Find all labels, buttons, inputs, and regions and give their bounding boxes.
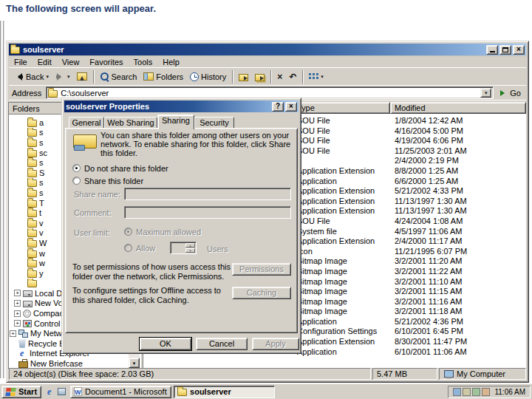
- history-button[interactable]: History: [187, 69, 229, 85]
- radio-icon[interactable]: [72, 177, 81, 185]
- radio-do-not-share[interactable]: Do not share this folder: [72, 163, 168, 173]
- folder-icon: [27, 230, 37, 237]
- back-dropdown-icon[interactable]: ▾: [46, 74, 49, 79]
- cancel-button[interactable]: Cancel: [196, 338, 248, 350]
- expander-icon[interactable]: +: [14, 320, 21, 327]
- move-to-button[interactable]: [236, 69, 251, 85]
- caching-button[interactable]: Caching: [232, 287, 291, 299]
- file-type-cell: Bitmap Image: [294, 307, 391, 317]
- comment-input[interactable]: [124, 206, 291, 219]
- tray-icons: [453, 388, 490, 396]
- copy-to-button[interactable]: [252, 69, 267, 85]
- tab-strip: GeneralWeb SharingSharingSecurity: [64, 115, 299, 129]
- volume-icon[interactable]: [463, 388, 471, 396]
- address-label: Address: [12, 89, 41, 98]
- dialog-close-button[interactable]: ×: [285, 102, 297, 112]
- menu-help[interactable]: Help: [157, 57, 185, 67]
- views-dropdown-icon[interactable]: ▾: [321, 74, 324, 79]
- menu-tools[interactable]: Tools: [129, 57, 158, 67]
- folder-icon: [27, 170, 37, 177]
- apply-button[interactable]: Apply: [252, 338, 299, 350]
- file-type-cell: SOU File: [294, 126, 391, 137]
- user-limit-spinner[interactable]: ▴ ▾: [170, 242, 197, 254]
- back-button[interactable]: Back ▾: [11, 69, 52, 85]
- up-button[interactable]: [74, 69, 90, 85]
- properties-dialog: soulserver Properties ? × GeneralWeb Sha…: [61, 98, 301, 354]
- file-type-cell: Application Extension: [294, 236, 391, 247]
- dialog-titlebar[interactable]: soulserver Properties ? ×: [64, 100, 299, 112]
- radio-icon[interactable]: [124, 244, 132, 252]
- search-button[interactable]: Search: [97, 69, 140, 85]
- permissions-button[interactable]: Permissions: [232, 263, 291, 276]
- go-button[interactable]: Go: [498, 89, 523, 98]
- radio-label: Share this folder: [84, 177, 143, 185]
- column-header-modified[interactable]: Modified: [390, 102, 526, 114]
- radio-icon[interactable]: [124, 228, 132, 236]
- minimize-button[interactable]: [486, 45, 498, 55]
- show-desktop-icon[interactable]: [58, 388, 66, 395]
- menu-file[interactable]: File: [9, 57, 33, 67]
- expander-icon[interactable]: +: [14, 310, 21, 317]
- display-icon[interactable]: [453, 388, 461, 396]
- address-dropdown-button[interactable]: ▾: [480, 88, 491, 98]
- forward-button[interactable]: ▾: [52, 69, 73, 85]
- file-type-cell: Application Extension: [294, 206, 391, 216]
- file-modified-cell: 4/24/2004 1:08 AM: [391, 216, 525, 227]
- start-button[interactable]: Start: [1, 386, 41, 398]
- file-type-cell: Application: [294, 347, 391, 358]
- history-label: History: [201, 72, 226, 81]
- radio-allow[interactable]: Allow: [124, 243, 155, 253]
- menu-view[interactable]: View: [57, 57, 85, 67]
- maximize-button[interactable]: [499, 45, 511, 55]
- network-tray-icon[interactable]: [472, 388, 480, 396]
- ok-button[interactable]: OK: [140, 338, 191, 350]
- explorer-titlebar[interactable]: soulserver ×: [9, 44, 526, 55]
- tree-item-label: sc: [39, 149, 47, 157]
- close-button[interactable]: ×: [513, 45, 525, 55]
- folder-icon: [27, 260, 37, 267]
- status-icon[interactable]: [482, 388, 490, 396]
- expander-icon[interactable]: +: [14, 290, 21, 296]
- internet-explorer-icon[interactable]: [46, 387, 55, 396]
- tree-item-label: s: [39, 178, 44, 187]
- tree-item-label: t: [39, 208, 41, 217]
- forward-dropdown-icon[interactable]: ▾: [67, 74, 70, 79]
- page-title: The following screen will appear.: [6, 3, 156, 14]
- file-type-cell: SOU File: [294, 216, 391, 227]
- undo-icon: ↶: [289, 72, 296, 81]
- folder-icon: [27, 200, 37, 208]
- radio-icon[interactable]: [72, 164, 81, 172]
- dialog-title: soulserver Properties: [66, 102, 149, 111]
- spinner-up-icon[interactable]: ▴: [185, 243, 195, 248]
- expander-icon[interactable]: +: [14, 300, 21, 307]
- folder-icon: [27, 160, 37, 167]
- file-modified-cell: 8/30/2001 11:47 PM: [391, 337, 525, 347]
- tab-security[interactable]: Security: [194, 117, 234, 129]
- task-document1-microsoft-w[interactable]: Document1 - Microsoft W..: [70, 386, 171, 398]
- delete-button[interactable]: ×: [274, 69, 285, 85]
- views-button[interactable]: ▾: [306, 69, 327, 85]
- tab-web-sharing[interactable]: Web Sharing: [104, 117, 157, 129]
- menu-edit[interactable]: Edit: [33, 57, 57, 67]
- tab-sharing[interactable]: Sharing: [157, 115, 194, 129]
- menu-favorites[interactable]: Favorites: [84, 57, 128, 67]
- radio-maximum-allowed[interactable]: Maximum allowed: [124, 227, 201, 236]
- copy-to-icon: [255, 74, 265, 81]
- undo-button[interactable]: ↶: [286, 69, 299, 85]
- file-type-cell: Application Extension: [294, 166, 391, 177]
- folders-button[interactable]: Folders: [140, 69, 186, 85]
- tab-general[interactable]: General: [69, 117, 104, 129]
- column-header-type[interactable]: Type: [293, 102, 390, 114]
- tree-item-new-briefcase[interactable]: New Briefcase: [10, 358, 129, 368]
- radio-label: Maximum allowed: [136, 228, 201, 236]
- dialog-controls: ? ×: [272, 102, 297, 112]
- task-soulserver[interactable]: soulserver: [174, 386, 275, 398]
- help-button[interactable]: ?: [272, 102, 284, 112]
- go-label: Go: [510, 89, 521, 98]
- radio-share-this-folder[interactable]: Share this folder: [72, 176, 143, 185]
- share-name-input[interactable]: [124, 188, 291, 200]
- spinner-down-icon[interactable]: ▾: [185, 248, 195, 253]
- scroll-down-icon[interactable]: ▾: [129, 358, 140, 368]
- expander-icon[interactable]: +: [10, 330, 16, 337]
- disk-icon: [23, 290, 33, 297]
